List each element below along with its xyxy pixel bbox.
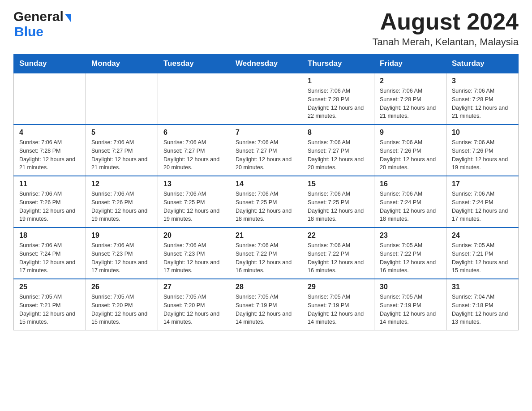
calendar-cell: 10Sunrise: 7:06 AM Sunset: 7:26 PM Dayli…: [446, 124, 519, 176]
day-number: 21: [236, 231, 296, 240]
calendar-cell: 11Sunrise: 7:06 AM Sunset: 7:26 PM Dayli…: [14, 176, 86, 227]
calendar-cell: 24Sunrise: 7:05 AM Sunset: 7:21 PM Dayli…: [446, 227, 519, 279]
calendar-cell: 22Sunrise: 7:06 AM Sunset: 7:22 PM Dayli…: [302, 227, 374, 279]
day-number: 24: [452, 231, 513, 240]
calendar-cell: 14Sunrise: 7:06 AM Sunset: 7:25 PM Dayli…: [230, 176, 302, 227]
day-info: Sunrise: 7:06 AM Sunset: 7:25 PM Dayligh…: [163, 190, 224, 223]
calendar-cell: 12Sunrise: 7:06 AM Sunset: 7:26 PM Dayli…: [86, 176, 158, 227]
logo-blue-row: Blue: [14, 24, 43, 39]
calendar-week-row: 11Sunrise: 7:06 AM Sunset: 7:26 PM Dayli…: [14, 176, 519, 227]
day-info: Sunrise: 7:06 AM Sunset: 7:27 PM Dayligh…: [91, 138, 152, 172]
location-title: Tanah Merah, Kelantan, Malaysia: [372, 36, 519, 48]
day-info: Sunrise: 7:06 AM Sunset: 7:26 PM Dayligh…: [91, 190, 152, 223]
calendar-cell: 8Sunrise: 7:06 AM Sunset: 7:27 PM Daylig…: [302, 124, 374, 176]
day-number: 4: [19, 128, 80, 137]
day-info: Sunrise: 7:05 AM Sunset: 7:19 PM Dayligh…: [308, 293, 369, 326]
calendar-cell: [86, 73, 158, 124]
day-info: Sunrise: 7:06 AM Sunset: 7:22 PM Dayligh…: [308, 241, 369, 275]
calendar-cell: 23Sunrise: 7:05 AM Sunset: 7:22 PM Dayli…: [374, 227, 446, 279]
calendar-cell: 4Sunrise: 7:06 AM Sunset: 7:28 PM Daylig…: [14, 124, 86, 176]
day-number: 26: [91, 283, 152, 291]
calendar-cell: [158, 73, 230, 124]
day-number: 22: [308, 231, 369, 240]
day-info: Sunrise: 7:06 AM Sunset: 7:27 PM Dayligh…: [236, 138, 296, 172]
day-info: Sunrise: 7:06 AM Sunset: 7:23 PM Dayligh…: [163, 241, 224, 275]
day-number: 9: [380, 128, 441, 137]
day-info: Sunrise: 7:06 AM Sunset: 7:28 PM Dayligh…: [19, 138, 80, 172]
day-number: 6: [163, 128, 224, 137]
calendar-cell: 7Sunrise: 7:06 AM Sunset: 7:27 PM Daylig…: [230, 124, 302, 176]
logo-blue-text: Blue: [14, 24, 43, 39]
calendar-cell: 31Sunrise: 7:04 AM Sunset: 7:18 PM Dayli…: [446, 279, 519, 330]
day-number: 20: [163, 231, 224, 240]
day-number: 5: [91, 128, 152, 137]
day-info: Sunrise: 7:06 AM Sunset: 7:23 PM Dayligh…: [91, 241, 152, 275]
calendar-cell: 21Sunrise: 7:06 AM Sunset: 7:22 PM Dayli…: [230, 227, 302, 279]
logo-general-text: General: [13, 9, 64, 24]
calendar-cell: 16Sunrise: 7:06 AM Sunset: 7:24 PM Dayli…: [374, 176, 446, 227]
calendar-cell: 3Sunrise: 7:06 AM Sunset: 7:28 PM Daylig…: [446, 73, 519, 124]
day-info: Sunrise: 7:06 AM Sunset: 7:28 PM Dayligh…: [452, 87, 513, 120]
calendar-week-row: 18Sunrise: 7:06 AM Sunset: 7:24 PM Dayli…: [14, 227, 519, 279]
col-header-monday: Monday: [86, 55, 158, 73]
day-info: Sunrise: 7:05 AM Sunset: 7:22 PM Dayligh…: [380, 241, 441, 275]
day-info: Sunrise: 7:06 AM Sunset: 7:28 PM Dayligh…: [308, 87, 369, 120]
day-info: Sunrise: 7:06 AM Sunset: 7:24 PM Dayligh…: [452, 190, 513, 223]
calendar-cell: 28Sunrise: 7:05 AM Sunset: 7:19 PM Dayli…: [230, 279, 302, 330]
calendar-cell: 17Sunrise: 7:06 AM Sunset: 7:24 PM Dayli…: [446, 176, 519, 227]
day-info: Sunrise: 7:06 AM Sunset: 7:28 PM Dayligh…: [380, 87, 441, 120]
day-number: 14: [236, 180, 296, 188]
calendar-cell: 9Sunrise: 7:06 AM Sunset: 7:26 PM Daylig…: [374, 124, 446, 176]
day-number: 10: [452, 128, 513, 137]
calendar-cell: 5Sunrise: 7:06 AM Sunset: 7:27 PM Daylig…: [86, 124, 158, 176]
day-info: Sunrise: 7:05 AM Sunset: 7:21 PM Dayligh…: [452, 241, 513, 275]
calendar-cell: 25Sunrise: 7:05 AM Sunset: 7:21 PM Dayli…: [14, 279, 86, 330]
day-info: Sunrise: 7:06 AM Sunset: 7:26 PM Dayligh…: [452, 138, 513, 172]
day-info: Sunrise: 7:05 AM Sunset: 7:21 PM Dayligh…: [19, 293, 80, 326]
day-info: Sunrise: 7:06 AM Sunset: 7:22 PM Dayligh…: [236, 241, 296, 275]
day-info: Sunrise: 7:06 AM Sunset: 7:26 PM Dayligh…: [380, 138, 441, 172]
day-info: Sunrise: 7:05 AM Sunset: 7:19 PM Dayligh…: [236, 293, 296, 326]
day-number: 31: [452, 283, 513, 291]
calendar-cell: 18Sunrise: 7:06 AM Sunset: 7:24 PM Dayli…: [14, 227, 86, 279]
calendar-cell: 19Sunrise: 7:06 AM Sunset: 7:23 PM Dayli…: [86, 227, 158, 279]
day-number: 8: [308, 128, 369, 137]
day-number: 19: [91, 231, 152, 240]
day-info: Sunrise: 7:06 AM Sunset: 7:24 PM Dayligh…: [19, 241, 80, 275]
calendar-cell: 13Sunrise: 7:06 AM Sunset: 7:25 PM Dayli…: [158, 176, 230, 227]
calendar-cell: 1Sunrise: 7:06 AM Sunset: 7:28 PM Daylig…: [302, 73, 374, 124]
col-header-friday: Friday: [374, 55, 446, 73]
calendar-header-row: SundayMondayTuesdayWednesdayThursdayFrid…: [14, 55, 519, 73]
day-info: Sunrise: 7:06 AM Sunset: 7:26 PM Dayligh…: [19, 190, 80, 223]
day-info: Sunrise: 7:05 AM Sunset: 7:20 PM Dayligh…: [91, 293, 152, 326]
day-number: 16: [380, 180, 441, 188]
day-info: Sunrise: 7:06 AM Sunset: 7:27 PM Dayligh…: [163, 138, 224, 172]
col-header-sunday: Sunday: [14, 55, 86, 73]
calendar-cell: 29Sunrise: 7:05 AM Sunset: 7:19 PM Dayli…: [302, 279, 374, 330]
day-number: 2: [380, 77, 441, 85]
calendar-cell: 20Sunrise: 7:06 AM Sunset: 7:23 PM Dayli…: [158, 227, 230, 279]
calendar-week-row: 1Sunrise: 7:06 AM Sunset: 7:28 PM Daylig…: [14, 73, 519, 124]
calendar-table: SundayMondayTuesdayWednesdayThursdayFrid…: [13, 54, 519, 330]
calendar-cell: 15Sunrise: 7:06 AM Sunset: 7:25 PM Dayli…: [302, 176, 374, 227]
day-number: 25: [19, 283, 80, 291]
day-number: 30: [380, 283, 441, 291]
month-title: August 2024: [372, 9, 519, 34]
col-header-tuesday: Tuesday: [158, 55, 230, 73]
day-info: Sunrise: 7:06 AM Sunset: 7:25 PM Dayligh…: [308, 190, 369, 223]
day-number: 17: [452, 180, 513, 188]
day-info: Sunrise: 7:06 AM Sunset: 7:25 PM Dayligh…: [236, 190, 296, 223]
day-info: Sunrise: 7:06 AM Sunset: 7:24 PM Dayligh…: [380, 190, 441, 223]
calendar-cell: 6Sunrise: 7:06 AM Sunset: 7:27 PM Daylig…: [158, 124, 230, 176]
day-info: Sunrise: 7:05 AM Sunset: 7:20 PM Dayligh…: [163, 293, 224, 326]
col-header-thursday: Thursday: [302, 55, 374, 73]
day-number: 15: [308, 180, 369, 188]
day-number: 27: [163, 283, 224, 291]
calendar-cell: 27Sunrise: 7:05 AM Sunset: 7:20 PM Dayli…: [158, 279, 230, 330]
calendar-week-row: 4Sunrise: 7:06 AM Sunset: 7:28 PM Daylig…: [14, 124, 519, 176]
day-number: 1: [308, 77, 369, 85]
col-header-saturday: Saturday: [446, 55, 519, 73]
day-info: Sunrise: 7:04 AM Sunset: 7:18 PM Dayligh…: [452, 293, 513, 326]
day-number: 29: [308, 283, 369, 291]
page-header: General Blue August 2024 Tanah Merah, Ke…: [13, 9, 519, 48]
